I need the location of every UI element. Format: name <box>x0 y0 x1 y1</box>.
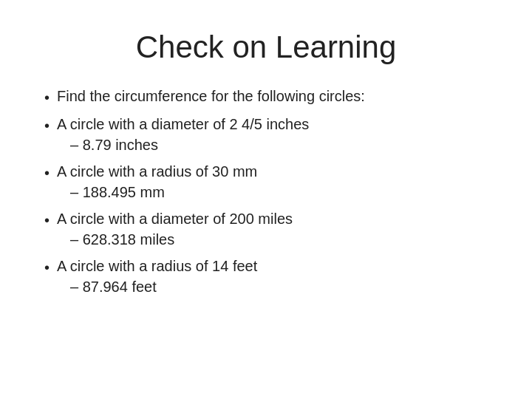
bullet-icon: • <box>44 115 50 136</box>
list-item-text: A circle with a radius of 14 feet <box>57 256 257 276</box>
list-item: • A circle with a diameter of 200 miles … <box>44 208 488 250</box>
bullet-icon: • <box>44 163 50 183</box>
list-item-text: A circle with a radius of 30 mm <box>57 161 257 182</box>
list-item-answer: – 87.964 feet <box>70 276 257 297</box>
list-item: • A circle with a radius of 30 mm – 188.… <box>44 161 488 202</box>
list-item-text: A circle with a diameter of 2 4/5 inches <box>57 114 309 134</box>
slide-container: Check on Learning • Find the circumferen… <box>0 0 532 399</box>
list-item-answer: – 8.79 inches <box>70 134 309 155</box>
bullet-icon: • <box>44 87 50 108</box>
slide-title: Check on Learning <box>44 30 488 65</box>
content-list: • Find the circumference for the followi… <box>44 86 488 303</box>
list-item-content: A circle with a diameter of 2 4/5 inches… <box>57 114 309 155</box>
bullet-icon: • <box>44 210 50 231</box>
bullet-icon: • <box>44 257 50 278</box>
list-item: • A circle with a radius of 14 feet – 87… <box>44 256 488 297</box>
list-item-content: A circle with a radius of 30 mm – 188.49… <box>57 161 257 202</box>
list-item: • A circle with a diameter of 2 4/5 inch… <box>44 114 488 155</box>
list-item-answer: – 628.318 miles <box>70 229 293 250</box>
list-item-content: A circle with a diameter of 200 miles – … <box>57 208 293 250</box>
list-item-text: A circle with a diameter of 200 miles <box>57 208 293 229</box>
list-item: • Find the circumference for the followi… <box>44 86 488 108</box>
list-item-answer: – 188.495 mm <box>70 182 257 202</box>
list-item-text: Find the circumference for the following… <box>57 86 365 106</box>
list-item-content: A circle with a radius of 14 feet – 87.9… <box>57 256 257 297</box>
list-item-content: Find the circumference for the following… <box>57 86 365 106</box>
